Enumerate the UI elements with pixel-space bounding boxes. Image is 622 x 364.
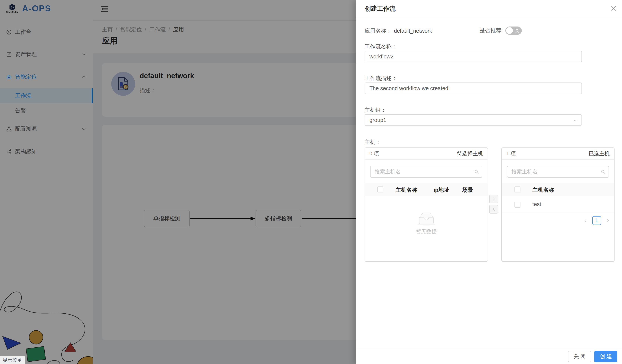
chevron-left-icon xyxy=(491,207,496,211)
col-host-name: 主机名称 xyxy=(396,186,417,194)
app-root: OpenEuler A-OPS 工作台 资产管理 智能定位 xyxy=(0,0,622,364)
select-all-checkbox[interactable] xyxy=(377,187,383,192)
transfer-source-header: 0 项 待选择主机 xyxy=(365,148,487,160)
target-search xyxy=(507,166,609,178)
empty-text: 暂无数据 xyxy=(365,228,487,235)
source-search-input[interactable] xyxy=(370,166,482,178)
toggle-knob-icon xyxy=(506,27,513,34)
prev-page-icon[interactable] xyxy=(583,218,588,223)
create-button[interactable]: 创 建 xyxy=(594,351,617,362)
transfer-target-header: 1 项 已选主机 xyxy=(502,148,614,160)
empty-state: 暂无数据 xyxy=(365,211,487,235)
app-name-label: 应用名称： xyxy=(365,28,392,34)
col-host-name: 主机名称 xyxy=(532,186,554,194)
drawer-footer: 关 闭 创 建 xyxy=(356,349,622,364)
transfer-to-left-button[interactable] xyxy=(489,205,498,213)
toggle-off-text: 关 xyxy=(515,28,519,34)
page-number[interactable]: 1 xyxy=(592,216,601,225)
workflow-desc-input[interactable] xyxy=(365,82,582,94)
drawer-title: 创建工作流 xyxy=(365,4,396,13)
transfer-source-panel: 0 项 待选择主机 主机名称 ip地址 场景 xyxy=(365,148,488,262)
close-icon[interactable] xyxy=(610,5,617,12)
workflow-desc-label: 工作流描述： xyxy=(365,75,397,82)
source-title: 待选择主机 xyxy=(457,150,483,157)
source-count: 0 项 xyxy=(369,150,379,157)
select-all-checkbox[interactable] xyxy=(514,187,521,192)
target-table-header: 主机名称 xyxy=(502,183,614,196)
chevron-down-icon xyxy=(573,118,577,123)
inbox-empty-icon xyxy=(417,211,436,226)
target-title: 已选主机 xyxy=(589,150,610,157)
host-group-value: group1 xyxy=(369,117,386,123)
col-ip: ip地址 xyxy=(434,186,449,194)
hosts-label: 主机： xyxy=(365,138,381,146)
close-button[interactable]: 关 闭 xyxy=(568,351,591,362)
search-icon xyxy=(474,170,479,174)
pagination: 1 xyxy=(583,216,610,225)
workflow-name-input[interactable] xyxy=(365,51,582,62)
recommend-field: 是否推荐: 关 xyxy=(480,26,522,35)
source-table-header: 主机名称 ip地址 场景 xyxy=(365,183,487,196)
workflow-name-label: 工作流名称： xyxy=(365,43,397,50)
app-name-field: 应用名称：default_network xyxy=(365,27,432,35)
host-name: test xyxy=(532,201,541,207)
transfer-to-right-button[interactable] xyxy=(489,195,498,203)
search-icon xyxy=(601,170,605,174)
next-page-icon[interactable] xyxy=(605,218,610,223)
recommend-label: 是否推荐: xyxy=(480,27,503,34)
source-search xyxy=(370,166,482,178)
table-row-test-host[interactable]: test xyxy=(502,196,614,213)
app-name-value: default_network xyxy=(394,28,432,34)
recommend-toggle[interactable]: 关 xyxy=(505,26,522,35)
drawer-header: 创建工作流 xyxy=(356,0,622,17)
host-group-label: 主机组： xyxy=(365,106,386,114)
row-checkbox[interactable] xyxy=(514,202,521,208)
show-menu-tooltip: 显示菜单 xyxy=(0,356,25,364)
target-count: 1 项 xyxy=(506,150,516,157)
create-workflow-drawer: 创建工作流 应用名称：default_network 是否推荐: 关 工作流名称… xyxy=(356,0,622,364)
target-search-input[interactable] xyxy=(507,166,609,178)
transfer-target-panel: 1 项 已选主机 主机名称 test 1 xyxy=(501,148,615,262)
host-group-select[interactable]: group1 xyxy=(365,114,582,126)
chevron-right-icon xyxy=(491,197,496,201)
col-scene: 场景 xyxy=(462,186,473,194)
